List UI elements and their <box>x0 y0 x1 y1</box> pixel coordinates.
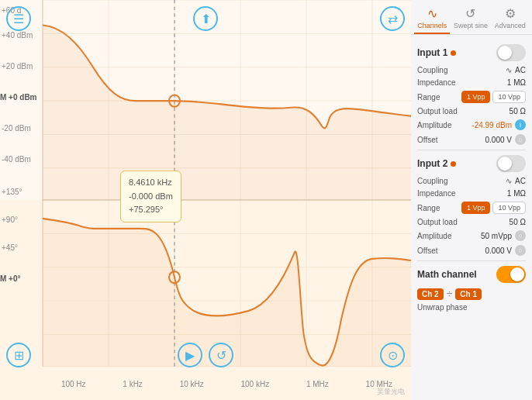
menu-button[interactable]: ☰ <box>6 6 31 31</box>
panel-tabs: ∿ Channels ↺ Swept sine ⚙ Advanced <box>411 0 532 35</box>
input1-amplitude-value: -24.99 dBm <box>472 121 512 129</box>
unwrap-phase-row: Unwrap phase <box>417 303 526 312</box>
chart-toolbar-bottom-left: ⊞ <box>6 343 31 367</box>
chart-toolbar-bottom-right: ⊙ <box>380 343 405 367</box>
zoom-button[interactable]: ⊙ <box>380 343 405 367</box>
divider-1 <box>417 150 526 150</box>
divider-2 <box>417 260 526 261</box>
unwrap-phase-label: Unwrap phase <box>417 303 467 312</box>
callout-phase: +75.295° <box>129 203 173 217</box>
tab-advanced-label: Advanced <box>495 22 526 29</box>
input1-toggle[interactable] <box>496 44 526 61</box>
input2-title-text: Input 2 <box>417 158 447 169</box>
math-channel-label: Math channel <box>417 269 477 280</box>
coupling2-wave-icon: ∿ <box>506 177 512 185</box>
x-axis-labels: 100 Hz 1 kHz 10 kHz 100 kHz 1 MHz 10 MHz <box>43 369 411 398</box>
play-button[interactable]: ▶ <box>178 343 202 367</box>
input2-title: Input 2 <box>417 158 456 169</box>
input2-amplitude-label: Amplitude <box>417 232 460 240</box>
input2-range-label: Range <box>417 204 460 212</box>
upload-button[interactable]: ⬆ <box>193 6 218 31</box>
input1-header: Input 1 <box>417 44 526 61</box>
input2-output-load-row: Output load 50 Ω <box>417 218 526 226</box>
input1-coupling-label: Coupling <box>417 66 460 74</box>
math-divide-icon: ÷ <box>447 288 453 300</box>
input2-amplitude-icon[interactable]: ○ <box>515 230 526 241</box>
settings-button[interactable]: ⇄ <box>380 6 405 31</box>
input2-amplitude-value-group: 50 mVpp ○ <box>481 230 526 241</box>
input1-title: Input 1 <box>417 47 456 58</box>
callout-freq: 8.4610 kHz <box>129 176 173 190</box>
input1-coupling-value-group: ∿ AC <box>506 66 526 74</box>
input2-header: Input 2 <box>417 155 526 172</box>
input1-offset-row: Offset 0.000 V ○ <box>417 134 526 145</box>
input1-amplitude-label: Amplitude <box>417 121 460 129</box>
input1-range-row: Range 1 Vpp 10 Vpp <box>417 91 526 103</box>
input1-offset-label: Offset <box>417 136 460 144</box>
input2-coupling-value: AC <box>515 177 526 185</box>
math-channel-thumb <box>510 267 524 281</box>
math-ch1: Ch 1 <box>455 288 482 300</box>
tab-channels-label: Channels <box>417 22 447 29</box>
input1-toggle-thumb <box>498 46 512 60</box>
panel-content: Input 1 Coupling ∿ AC Impedance 1 MΩ Ran… <box>411 35 532 400</box>
input2-impedance-row: Impedance 1 MΩ <box>417 189 526 198</box>
input1-offset-value-group: 0.000 V ○ <box>485 134 526 145</box>
input2-coupling-row: Coupling ∿ AC <box>417 177 526 185</box>
input2-amplitude-value: 50 mVpp <box>481 232 512 240</box>
chart-toolbar-left: ☰ <box>6 6 31 31</box>
channels-icon: ∿ <box>427 6 437 21</box>
input2-coupling-value-group: ∿ AC <box>506 177 526 185</box>
input1-offset-icon[interactable]: ○ <box>515 134 526 145</box>
input1-amplitude-row: Amplitude -24.99 dBm i <box>417 119 526 130</box>
advanced-icon: ⚙ <box>505 6 516 21</box>
input1-coupling-row: Coupling ∿ AC <box>417 66 526 74</box>
tab-channels[interactable]: ∿ Channels <box>414 5 450 34</box>
input2-coupling-label: Coupling <box>417 177 460 185</box>
input1-offset-value: 0.000 V <box>485 136 512 144</box>
input2-offset-value-group: 0.000 V ○ <box>485 245 526 256</box>
input2-range-1vpp[interactable]: 1 Vpp <box>461 202 491 214</box>
input2-output-load-value: 50 Ω <box>510 218 526 226</box>
input2-impedance-label: Impedance <box>417 189 460 198</box>
input1-title-text: Input 1 <box>417 47 447 58</box>
input2-output-load-label: Output load <box>417 218 460 226</box>
tab-swept-label: Swept sine <box>454 22 488 29</box>
tab-advanced[interactable]: ⚙ Advanced <box>492 5 529 34</box>
math-channel-header: Math channel <box>417 266 526 283</box>
math-channel-toggle[interactable] <box>496 266 526 283</box>
input2-toggle-thumb <box>498 157 512 171</box>
input2-toggle[interactable] <box>496 155 526 172</box>
coupling-wave-icon: ∿ <box>506 66 512 74</box>
tab-swept-sine[interactable]: ↺ Swept sine <box>451 5 491 34</box>
input1-impedance-label: Impedance <box>417 78 460 87</box>
input1-range-buttons: 1 Vpp 10 Vpp <box>461 91 526 103</box>
input2-range-row: Range 1 Vpp 10 Vpp <box>417 202 526 214</box>
chart-toolbar-right: ⇄ <box>380 6 405 31</box>
input1-output-load-row: Output load 50 Ω <box>417 107 526 116</box>
input2-dot <box>451 161 456 167</box>
math-ch2: Ch 2 <box>417 288 444 300</box>
input1-output-load-value: 50 Ω <box>510 107 526 116</box>
watermark: 昊量光电 <box>377 387 405 397</box>
input1-impedance-row: Impedance 1 MΩ <box>417 78 526 87</box>
input2-offset-row: Offset 0.000 V ○ <box>417 245 526 256</box>
input1-amplitude-value-group: -24.99 dBm i <box>472 119 526 130</box>
input2-offset-value: 0.000 V <box>485 247 512 255</box>
input1-amplitude-info[interactable]: i <box>515 119 526 130</box>
input2-offset-icon[interactable]: ○ <box>515 245 526 256</box>
input1-impedance-value: 1 MΩ <box>507 78 526 87</box>
input1-range-1vpp[interactable]: 1 Vpp <box>461 91 491 103</box>
swept-icon: ↺ <box>465 6 475 21</box>
input2-range-10vpp[interactable]: 10 Vpp <box>492 202 526 214</box>
input1-output-load-label: Output load <box>417 107 460 116</box>
grid-button[interactable]: ⊞ <box>6 343 31 367</box>
chart-area: +60 d +40 dBm +20 dBm M +0 dBm -20 dBm -… <box>0 0 411 400</box>
chart-callout: 8.4610 kHz -0.000 dBm +75.295° <box>120 171 181 222</box>
chart-toolbar-bottom-center: ▶ ↺ <box>178 343 233 367</box>
callout-db: -0.000 dBm <box>129 190 173 204</box>
input1-range-10vpp[interactable]: 10 Vpp <box>492 91 526 103</box>
input2-offset-label: Offset <box>417 247 460 255</box>
refresh-button[interactable]: ↺ <box>209 343 233 367</box>
input1-coupling-value: AC <box>515 66 526 74</box>
